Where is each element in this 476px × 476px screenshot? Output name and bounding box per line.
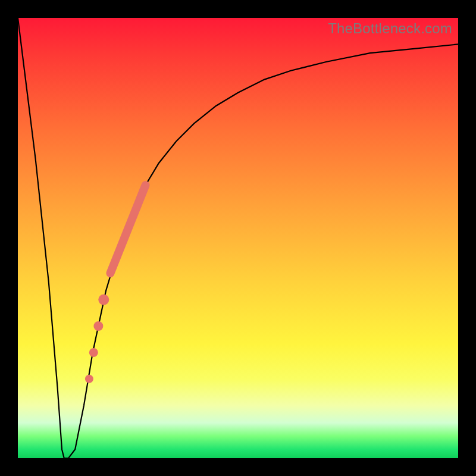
highlight-dot <box>89 348 98 357</box>
highlight-dots <box>85 295 109 383</box>
chart-svg <box>18 18 458 458</box>
highlight-dot <box>85 375 93 383</box>
bottleneck-curve <box>18 18 458 458</box>
highlight-dot <box>98 295 109 305</box>
highlight-dot <box>93 321 103 331</box>
highlight-band <box>110 185 145 273</box>
plot-area: TheBottleneck.com <box>18 18 458 458</box>
chart-frame: TheBottleneck.com <box>0 0 476 476</box>
